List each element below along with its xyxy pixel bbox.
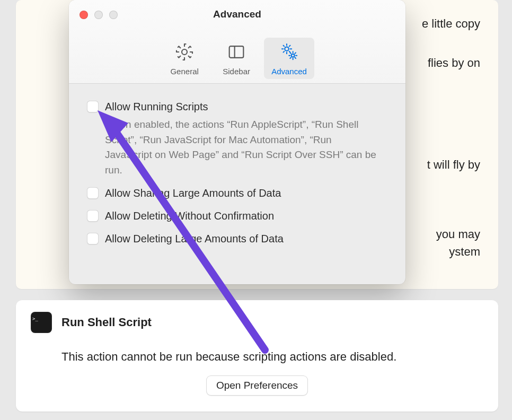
option-allow-running-scripts: Allow Running Scripts When enabled, the … [87,100,387,178]
action-error-card: >_ Run Shell Script This action cannot b… [16,300,498,412]
terminal-icon: >_ [31,312,52,333]
checkbox-allow-running-scripts[interactable] [87,101,99,112]
error-message: This action cannot be run because script… [61,350,483,364]
option-text: Allow Sharing Large Amounts of Data [105,186,387,200]
bg-text-fragment: e little copy [422,15,480,33]
tab-sidebar[interactable]: Sidebar [212,38,261,79]
svg-rect-1 [229,46,244,58]
option-text: Allow Running Scripts When enabled, the … [105,100,387,178]
window-title: Advanced [69,8,405,20]
tab-label: Sidebar [223,67,250,76]
bg-text-fragment: flies by on [428,54,480,72]
option-title: Allow Sharing Large Amounts of Data [105,186,387,200]
checkbox-allow-deleting-without-confirmation[interactable] [87,210,99,222]
tab-label: Advanced [271,67,307,76]
error-header: >_ Run Shell Script [31,312,483,333]
tab-general[interactable]: General [160,38,209,79]
option-text: Allow Deleting Large Amounts of Data [105,232,387,246]
tab-label: General [170,67,198,76]
bg-text-fragment: t will fly by [427,156,480,174]
bg-text-fragment: ystem [449,243,480,261]
open-preferences-button[interactable]: Open Preferences [206,375,308,396]
checkbox-allow-deleting-large[interactable] [87,233,99,244]
action-title: Run Shell Script [61,316,152,329]
option-title: Allow Running Scripts [105,100,387,114]
option-title: Allow Deleting Large Amounts of Data [105,232,387,246]
option-allow-deleting-without-confirmation: Allow Deleting Without Confirmation [87,209,387,223]
bg-text-fragment: you may [436,225,480,243]
gears-icon [279,41,300,65]
option-text: Allow Deleting Without Confirmation [105,209,387,223]
titlebar: Advanced General [69,0,405,84]
option-allow-deleting-large: Allow Deleting Large Amounts of Data [87,232,387,246]
option-description: When enabled, the actions “Run AppleScri… [105,117,381,178]
preferences-window: Advanced General [69,0,405,284]
option-allow-sharing-large: Allow Sharing Large Amounts of Data [87,186,387,200]
gear-icon [174,41,195,65]
preferences-content: Allow Running Scripts When enabled, the … [69,84,405,267]
option-title: Allow Deleting Without Confirmation [105,209,387,223]
svg-point-3 [285,47,289,51]
svg-point-4 [291,54,294,57]
checkbox-allow-sharing-large[interactable] [87,187,99,199]
toolbar-tabs: General Sidebar [69,38,405,79]
sidebar-icon [226,41,247,65]
tab-advanced[interactable]: Advanced [264,38,314,79]
svg-point-0 [182,49,187,55]
